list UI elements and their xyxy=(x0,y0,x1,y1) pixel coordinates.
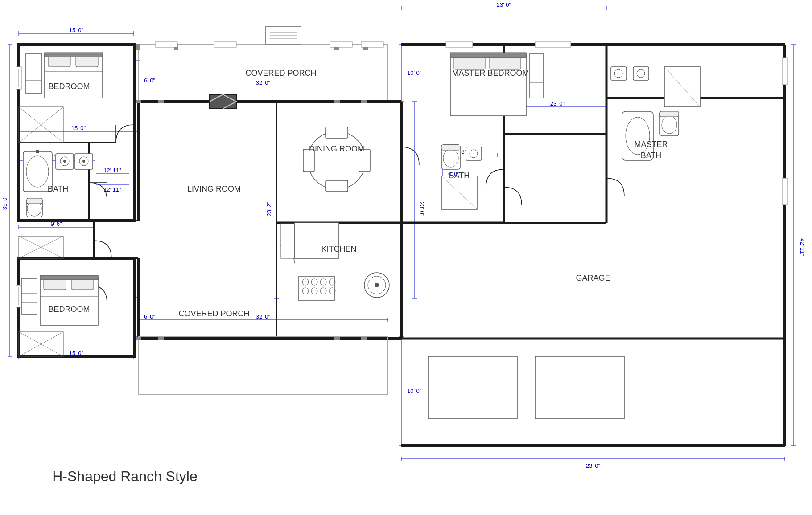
svg-point-163 xyxy=(375,283,379,287)
svg-rect-123 xyxy=(26,53,41,94)
bedroom-top-label: BEDROOM xyxy=(48,82,90,91)
svg-rect-202 xyxy=(136,100,141,103)
svg-point-134 xyxy=(63,160,66,163)
dim-12-11: 12' 11" xyxy=(103,167,121,174)
dim-15-top-left: 15' 0" xyxy=(69,27,84,33)
covered-porch-top-label: COVERED PORCH xyxy=(245,69,316,78)
svg-rect-119 xyxy=(48,56,70,67)
bedroom-bottom-label: BEDROOM xyxy=(48,305,90,314)
svg-rect-121 xyxy=(45,53,103,57)
dim-10-top-right: 10' 0" xyxy=(407,69,422,76)
bath-label: BATH xyxy=(48,184,69,193)
svg-rect-139 xyxy=(44,278,66,290)
garage-label: GARAGE xyxy=(576,274,610,282)
svg-rect-209 xyxy=(361,337,367,340)
svg-rect-185 xyxy=(611,67,627,80)
svg-rect-192 xyxy=(535,356,624,419)
svg-rect-131 xyxy=(27,198,42,204)
dim-35: 35' 0" xyxy=(1,195,8,210)
svg-rect-147 xyxy=(326,127,348,138)
svg-rect-140 xyxy=(71,278,94,290)
dim-12-11b: 12' 11" xyxy=(103,186,121,193)
svg-rect-187 xyxy=(633,67,649,80)
dim-6-bottom-porch: 6' 0" xyxy=(144,313,156,320)
svg-rect-191 xyxy=(428,356,517,419)
svg-rect-114 xyxy=(446,42,473,47)
svg-point-128 xyxy=(36,150,39,153)
svg-rect-116 xyxy=(782,58,787,85)
svg-rect-113 xyxy=(361,42,383,47)
svg-rect-120 xyxy=(76,56,98,67)
svg-rect-208 xyxy=(334,337,340,340)
svg-rect-205 xyxy=(361,100,367,103)
svg-rect-207 xyxy=(158,337,164,340)
svg-point-137 xyxy=(82,160,85,163)
kitchen-label: KITCHEN xyxy=(321,245,356,253)
master-bedroom-label: MASTER BEDROOM xyxy=(452,69,529,78)
svg-rect-99 xyxy=(136,44,140,50)
svg-rect-175 xyxy=(441,145,460,150)
dim-42-11: 42' 11" xyxy=(799,238,806,256)
svg-rect-184 xyxy=(660,111,679,117)
master-bath-label: MASTER xyxy=(634,140,668,149)
svg-rect-143 xyxy=(21,278,37,314)
covered-porch-bottom-label: COVERED PORCH xyxy=(178,309,249,318)
floor-plan: 23' 0" 15' 0" 6' 0" 32' 0" 10' 0" 15' 0"… xyxy=(0,0,812,515)
bath-right-label: BATH xyxy=(449,171,470,180)
svg-rect-115 xyxy=(535,42,571,47)
master-bath-label2: BATH xyxy=(641,151,662,160)
svg-rect-164 xyxy=(281,224,294,258)
dim-23-0-mid: 23' 0" xyxy=(419,202,425,217)
svg-rect-91 xyxy=(265,27,301,45)
svg-rect-110 xyxy=(155,42,177,47)
svg-rect-98 xyxy=(210,94,236,109)
svg-rect-204 xyxy=(334,100,340,103)
svg-rect-90 xyxy=(138,336,388,394)
living-room-label: LIVING ROOM xyxy=(187,184,241,193)
dining-room-label: DINING ROOM xyxy=(309,144,364,153)
dim-23-2: 23' 2" xyxy=(266,202,272,217)
dim-10-bottom-right: 10' 0" xyxy=(407,388,422,394)
svg-rect-206 xyxy=(136,337,141,340)
dim-6-left: 6' 0" xyxy=(144,77,156,84)
svg-rect-117 xyxy=(782,178,787,205)
dim-23-master: 23' 0" xyxy=(550,100,565,107)
dim-23-bottom: 23' 0" xyxy=(586,462,601,469)
svg-rect-203 xyxy=(158,100,164,103)
dim-32-bottom: 32' 0" xyxy=(256,313,271,320)
svg-rect-112 xyxy=(330,42,352,47)
svg-rect-141 xyxy=(40,275,98,280)
svg-rect-168 xyxy=(450,53,526,58)
dim-32-top: 32' 0" xyxy=(256,79,271,86)
plan-title: H-Shaped Ranch Style xyxy=(52,468,198,484)
dim-23-top: 23' 0" xyxy=(497,1,511,8)
svg-rect-170 xyxy=(530,53,543,98)
dim-15-mid-left: 15' 0" xyxy=(71,125,86,131)
svg-rect-176 xyxy=(466,147,482,160)
svg-rect-148 xyxy=(326,180,348,192)
svg-rect-111 xyxy=(214,42,236,47)
